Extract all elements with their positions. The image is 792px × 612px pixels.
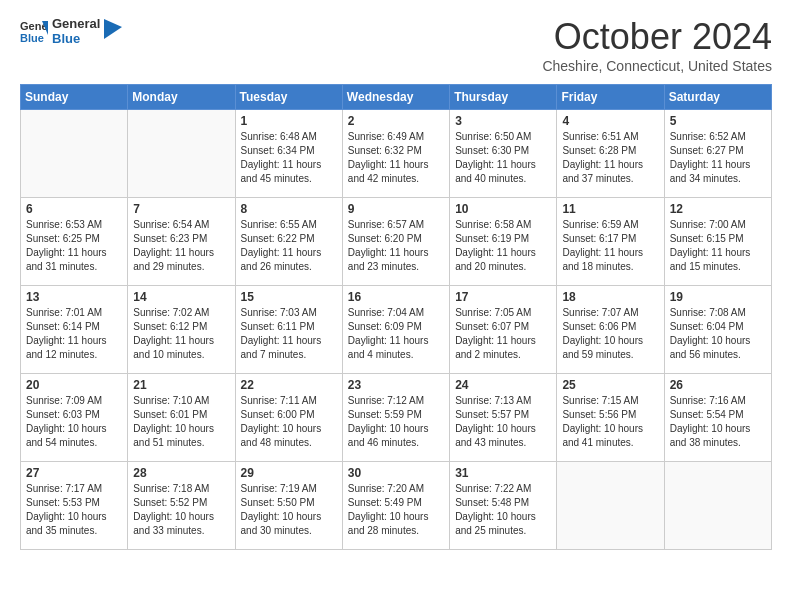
calendar-cell: 15Sunrise: 7:03 AM Sunset: 6:11 PM Dayli… — [235, 286, 342, 374]
calendar-table: SundayMondayTuesdayWednesdayThursdayFrid… — [20, 84, 772, 550]
calendar-cell: 17Sunrise: 7:05 AM Sunset: 6:07 PM Dayli… — [450, 286, 557, 374]
day-info: Sunrise: 7:15 AM Sunset: 5:56 PM Dayligh… — [562, 394, 658, 450]
day-info: Sunrise: 7:05 AM Sunset: 6:07 PM Dayligh… — [455, 306, 551, 362]
calendar-cell: 25Sunrise: 7:15 AM Sunset: 5:56 PM Dayli… — [557, 374, 664, 462]
calendar-cell: 7Sunrise: 6:54 AM Sunset: 6:23 PM Daylig… — [128, 198, 235, 286]
calendar-header-row: SundayMondayTuesdayWednesdayThursdayFrid… — [21, 85, 772, 110]
calendar-week-5: 27Sunrise: 7:17 AM Sunset: 5:53 PM Dayli… — [21, 462, 772, 550]
day-number: 27 — [26, 466, 122, 480]
day-info: Sunrise: 7:00 AM Sunset: 6:15 PM Dayligh… — [670, 218, 766, 274]
calendar-week-2: 6Sunrise: 6:53 AM Sunset: 6:25 PM Daylig… — [21, 198, 772, 286]
logo: General Blue General Blue — [20, 16, 122, 46]
day-info: Sunrise: 7:22 AM Sunset: 5:48 PM Dayligh… — [455, 482, 551, 538]
day-info: Sunrise: 7:12 AM Sunset: 5:59 PM Dayligh… — [348, 394, 444, 450]
calendar-cell: 14Sunrise: 7:02 AM Sunset: 6:12 PM Dayli… — [128, 286, 235, 374]
day-info: Sunrise: 6:50 AM Sunset: 6:30 PM Dayligh… — [455, 130, 551, 186]
calendar-cell: 12Sunrise: 7:00 AM Sunset: 6:15 PM Dayli… — [664, 198, 771, 286]
day-number: 15 — [241, 290, 337, 304]
day-number: 8 — [241, 202, 337, 216]
logo-blue: Blue — [52, 31, 100, 46]
calendar-cell: 21Sunrise: 7:10 AM Sunset: 6:01 PM Dayli… — [128, 374, 235, 462]
day-number: 10 — [455, 202, 551, 216]
day-number: 25 — [562, 378, 658, 392]
calendar-cell: 9Sunrise: 6:57 AM Sunset: 6:20 PM Daylig… — [342, 198, 449, 286]
day-number: 14 — [133, 290, 229, 304]
calendar-cell: 5Sunrise: 6:52 AM Sunset: 6:27 PM Daylig… — [664, 110, 771, 198]
calendar-cell: 8Sunrise: 6:55 AM Sunset: 6:22 PM Daylig… — [235, 198, 342, 286]
header-wednesday: Wednesday — [342, 85, 449, 110]
header-friday: Friday — [557, 85, 664, 110]
day-info: Sunrise: 6:55 AM Sunset: 6:22 PM Dayligh… — [241, 218, 337, 274]
day-number: 31 — [455, 466, 551, 480]
calendar-week-4: 20Sunrise: 7:09 AM Sunset: 6:03 PM Dayli… — [21, 374, 772, 462]
day-number: 7 — [133, 202, 229, 216]
location-subtitle: Cheshire, Connecticut, United States — [542, 58, 772, 74]
day-info: Sunrise: 7:11 AM Sunset: 6:00 PM Dayligh… — [241, 394, 337, 450]
calendar-cell: 1Sunrise: 6:48 AM Sunset: 6:34 PM Daylig… — [235, 110, 342, 198]
calendar-cell: 2Sunrise: 6:49 AM Sunset: 6:32 PM Daylig… — [342, 110, 449, 198]
svg-text:Blue: Blue — [20, 32, 44, 44]
month-title: October 2024 — [542, 16, 772, 58]
day-number: 26 — [670, 378, 766, 392]
header-monday: Monday — [128, 85, 235, 110]
header-sunday: Sunday — [21, 85, 128, 110]
day-info: Sunrise: 6:48 AM Sunset: 6:34 PM Dayligh… — [241, 130, 337, 186]
day-info: Sunrise: 7:17 AM Sunset: 5:53 PM Dayligh… — [26, 482, 122, 538]
day-info: Sunrise: 7:20 AM Sunset: 5:49 PM Dayligh… — [348, 482, 444, 538]
calendar-cell: 24Sunrise: 7:13 AM Sunset: 5:57 PM Dayli… — [450, 374, 557, 462]
svg-marker-3 — [104, 19, 122, 39]
day-number: 21 — [133, 378, 229, 392]
day-number: 30 — [348, 466, 444, 480]
day-info: Sunrise: 6:54 AM Sunset: 6:23 PM Dayligh… — [133, 218, 229, 274]
day-info: Sunrise: 7:16 AM Sunset: 5:54 PM Dayligh… — [670, 394, 766, 450]
day-number: 23 — [348, 378, 444, 392]
day-info: Sunrise: 7:13 AM Sunset: 5:57 PM Dayligh… — [455, 394, 551, 450]
header-thursday: Thursday — [450, 85, 557, 110]
calendar-cell: 29Sunrise: 7:19 AM Sunset: 5:50 PM Dayli… — [235, 462, 342, 550]
calendar-cell: 6Sunrise: 6:53 AM Sunset: 6:25 PM Daylig… — [21, 198, 128, 286]
title-block: October 2024 Cheshire, Connecticut, Unit… — [542, 16, 772, 74]
calendar-cell: 20Sunrise: 7:09 AM Sunset: 6:03 PM Dayli… — [21, 374, 128, 462]
calendar-cell: 30Sunrise: 7:20 AM Sunset: 5:49 PM Dayli… — [342, 462, 449, 550]
day-number: 24 — [455, 378, 551, 392]
day-number: 17 — [455, 290, 551, 304]
day-number: 2 — [348, 114, 444, 128]
calendar-cell: 13Sunrise: 7:01 AM Sunset: 6:14 PM Dayli… — [21, 286, 128, 374]
calendar-cell: 27Sunrise: 7:17 AM Sunset: 5:53 PM Dayli… — [21, 462, 128, 550]
calendar-cell — [557, 462, 664, 550]
logo-icon: General Blue — [20, 17, 48, 45]
day-number: 12 — [670, 202, 766, 216]
day-info: Sunrise: 6:58 AM Sunset: 6:19 PM Dayligh… — [455, 218, 551, 274]
calendar-cell — [128, 110, 235, 198]
day-info: Sunrise: 7:19 AM Sunset: 5:50 PM Dayligh… — [241, 482, 337, 538]
day-number: 1 — [241, 114, 337, 128]
calendar-cell: 22Sunrise: 7:11 AM Sunset: 6:00 PM Dayli… — [235, 374, 342, 462]
calendar-cell: 3Sunrise: 6:50 AM Sunset: 6:30 PM Daylig… — [450, 110, 557, 198]
calendar-cell — [664, 462, 771, 550]
day-number: 20 — [26, 378, 122, 392]
day-number: 11 — [562, 202, 658, 216]
day-info: Sunrise: 7:07 AM Sunset: 6:06 PM Dayligh… — [562, 306, 658, 362]
day-info: Sunrise: 7:18 AM Sunset: 5:52 PM Dayligh… — [133, 482, 229, 538]
calendar-week-1: 1Sunrise: 6:48 AM Sunset: 6:34 PM Daylig… — [21, 110, 772, 198]
day-info: Sunrise: 7:10 AM Sunset: 6:01 PM Dayligh… — [133, 394, 229, 450]
day-info: Sunrise: 6:53 AM Sunset: 6:25 PM Dayligh… — [26, 218, 122, 274]
day-number: 16 — [348, 290, 444, 304]
day-info: Sunrise: 7:08 AM Sunset: 6:04 PM Dayligh… — [670, 306, 766, 362]
calendar-cell: 23Sunrise: 7:12 AM Sunset: 5:59 PM Dayli… — [342, 374, 449, 462]
calendar-cell: 16Sunrise: 7:04 AM Sunset: 6:09 PM Dayli… — [342, 286, 449, 374]
day-info: Sunrise: 6:57 AM Sunset: 6:20 PM Dayligh… — [348, 218, 444, 274]
day-number: 19 — [670, 290, 766, 304]
day-number: 4 — [562, 114, 658, 128]
logo-general: General — [52, 16, 100, 31]
day-number: 18 — [562, 290, 658, 304]
page-header: General Blue General Blue October 2024 C… — [20, 16, 772, 74]
calendar-cell: 4Sunrise: 6:51 AM Sunset: 6:28 PM Daylig… — [557, 110, 664, 198]
day-info: Sunrise: 7:04 AM Sunset: 6:09 PM Dayligh… — [348, 306, 444, 362]
day-info: Sunrise: 7:09 AM Sunset: 6:03 PM Dayligh… — [26, 394, 122, 450]
day-info: Sunrise: 7:02 AM Sunset: 6:12 PM Dayligh… — [133, 306, 229, 362]
day-info: Sunrise: 7:03 AM Sunset: 6:11 PM Dayligh… — [241, 306, 337, 362]
day-info: Sunrise: 6:52 AM Sunset: 6:27 PM Dayligh… — [670, 130, 766, 186]
day-number: 22 — [241, 378, 337, 392]
day-number: 3 — [455, 114, 551, 128]
